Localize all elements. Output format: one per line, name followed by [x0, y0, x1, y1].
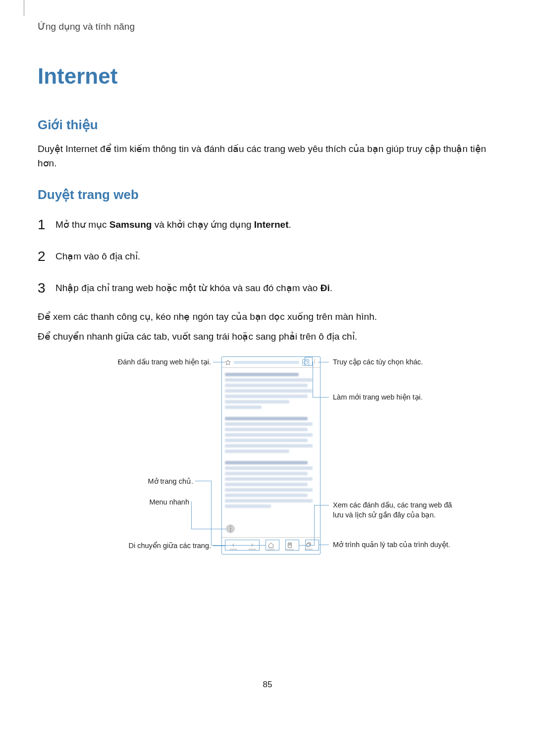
step-text: Mở thư mục Samsung và khởi chạy ứng dụng…: [55, 218, 291, 232]
callout-line: [313, 397, 329, 398]
svg-point-5: [230, 528, 231, 529]
url-bar: [234, 361, 299, 364]
callout-more: Truy cập các tùy chọn khác.: [333, 357, 423, 367]
star-icon: [225, 359, 231, 365]
callout-line: [191, 502, 192, 529]
step-3: 3 Nhập địa chỉ trang web hoặc một từ khó…: [38, 278, 497, 299]
callout-refresh: Làm mới trang web hiện tại.: [333, 393, 423, 403]
callout-line: [213, 362, 225, 362]
phone-mockup: [221, 356, 321, 554]
svg-point-2: [314, 361, 315, 362]
page-title: Internet: [38, 60, 497, 93]
step-2: 2 Chạm vào ô địa chỉ.: [38, 246, 497, 267]
browser-diagram: Đánh dấu trang web hiện tại. Mở trang ch…: [38, 356, 497, 574]
quick-menu-icon: [226, 524, 235, 533]
svg-point-1: [314, 359, 315, 360]
svg-point-3: [314, 362, 315, 363]
step-text: Nhập địa chỉ trang web hoặc một từ khóa …: [55, 282, 332, 295]
callout-box: [266, 540, 279, 551]
callout-line: [313, 361, 313, 397]
step-1: 1 Mở thư mục Samsung và khởi chạy ứng dụ…: [38, 214, 497, 235]
page-number: 85: [38, 678, 497, 691]
callout-bookmark: Đánh dấu trang web hiện tại.: [67, 357, 211, 367]
browse-heading: Duyệt trang web: [38, 185, 497, 204]
callout-line: [319, 545, 329, 545]
intro-text: Duyệt Internet để tìm kiếm thông tin và …: [38, 142, 497, 171]
callout-box: [225, 540, 260, 551]
step-number: 3: [38, 278, 48, 299]
callout-tabs: Mở trình quản lý tab của trình duyệt.: [333, 540, 452, 550]
svg-marker-0: [225, 360, 230, 365]
callout-line: [191, 529, 226, 529]
callout-bookmarks: Xem các đánh dấu, các trang web đã lưu v…: [333, 501, 462, 520]
intro-heading: Giới thiệu: [38, 115, 497, 135]
step-number: 2: [38, 246, 48, 267]
callout-line: [211, 481, 212, 546]
callout-line: [318, 362, 329, 362]
callout-navigate: Di chuyển giữa các trang.: [67, 541, 211, 551]
page-content-blur: [222, 368, 320, 513]
step-text: Chạm vào ô địa chỉ.: [55, 250, 140, 263]
callout-box: [305, 540, 319, 551]
callout-line: [195, 481, 212, 481]
callout-box: [305, 357, 313, 366]
callout-line: [213, 546, 225, 546]
callout-line: [314, 505, 329, 505]
svg-point-4: [230, 526, 231, 527]
svg-point-6: [230, 531, 231, 532]
section-name: Ứng dụng và tính năng: [38, 20, 497, 34]
paragraph: Để chuyển nhanh giữa các tab, vuốt sang …: [38, 329, 497, 344]
header-divider: [24, 0, 24, 16]
paragraph: Để xem các thanh công cụ, kéo nhẹ ngón t…: [38, 309, 497, 324]
callout-box: [285, 540, 299, 551]
step-number: 1: [38, 214, 48, 235]
callout-home: Mở trang chủ.: [67, 477, 193, 487]
callout-quickmenu: Menu nhanh: [67, 498, 189, 507]
